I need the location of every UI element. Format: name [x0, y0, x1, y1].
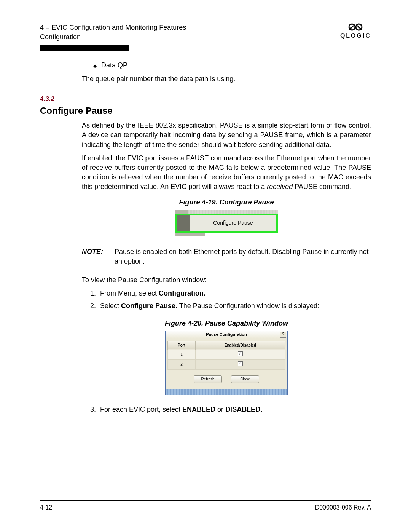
bullet-data-qp: ◆ Data QP — [93, 61, 371, 70]
page-footer: 4-12 D000003-006 Rev. A — [40, 500, 371, 511]
body-content: ◆ Data QP The queue pair number that the… — [82, 61, 371, 414]
logo-text: QLOGIC — [340, 32, 371, 39]
checkbox-port-2[interactable] — [238, 361, 243, 366]
logo-glyph-icon — [340, 23, 371, 32]
cell-enabled — [196, 350, 285, 359]
fig19-top-strip — [175, 210, 278, 214]
fig19-row-label: Configure Pause — [190, 215, 276, 231]
svg-line-3 — [357, 26, 362, 30]
instructions-list: 1. From Menu, select Configuration. 2. S… — [90, 289, 371, 311]
col-enabled: Enabled/Disabled — [196, 341, 285, 350]
page: 4 – EVIC Configuration and Monitoring Fe… — [0, 0, 411, 532]
header-black-bar — [40, 45, 129, 51]
note-label: NOTE: — [82, 247, 108, 266]
cell-enabled — [196, 359, 285, 369]
footer-page-number: 4-12 — [40, 504, 52, 511]
section-title: Configure Pause — [40, 104, 371, 117]
list-number: 3. — [90, 405, 97, 414]
figure-4-19-caption: Figure 4-19. Configure Pause — [82, 198, 371, 207]
table-row: 2 — [168, 359, 285, 369]
para2-b: PAUSE command. — [293, 183, 351, 190]
header-line-2: Configuration — [40, 32, 186, 42]
section-para-1: As defined by the IEEE 802.3x specificat… — [82, 121, 371, 150]
footer-doc-id: D000003-006 Rev. A — [315, 504, 371, 511]
fig19-row-icon — [177, 215, 190, 231]
figure-4-19: Configure Pause — [175, 210, 278, 236]
table-header-row: Port Enabled/Disabled — [168, 341, 285, 350]
instruction-2: 2. Select Configure Pause. The Pause Con… — [90, 301, 371, 311]
qlogic-logo: QLOGIC — [340, 23, 371, 39]
fig19-selected-row: Configure Pause — [175, 214, 278, 233]
list-text: For each EVIC port, select ENABLED or DI… — [100, 405, 262, 414]
cell-port: 1 — [168, 350, 196, 359]
list-number: 2. — [90, 301, 97, 311]
pause-config-window: Pause Configuration ? Port Enabled/Disab… — [165, 331, 288, 395]
window-title: Pause Configuration — [206, 332, 247, 337]
window-titlebar: Pause Configuration ? — [166, 331, 287, 339]
fig19-bottom-strip — [175, 233, 278, 236]
list-text: From Menu, select Configuration. — [100, 289, 206, 298]
pause-table: Port Enabled/Disabled 1 2 — [167, 341, 285, 370]
list-number: 1. — [90, 289, 97, 298]
instruction-1: 1. From Menu, select Configuration. — [90, 289, 371, 298]
header-line-1: 4 – EVIC Configuration and Monitoring Fe… — [40, 23, 186, 32]
instruction-3-wrap: 3. For each EVIC port, select ENABLED or… — [90, 405, 371, 414]
header-text: 4 – EVIC Configuration and Monitoring Fe… — [40, 23, 186, 42]
window-button-row: Refresh Close — [166, 372, 287, 389]
section-number: 4.3.2 — [40, 94, 371, 104]
window-status-strip — [166, 389, 287, 395]
checkbox-port-1[interactable] — [238, 351, 243, 356]
cell-port: 2 — [168, 359, 196, 369]
para2-em: received — [267, 183, 293, 190]
page-header: 4 – EVIC Configuration and Monitoring Fe… — [40, 23, 371, 42]
bullet-title: Data QP — [101, 61, 127, 70]
help-button[interactable]: ? — [280, 332, 286, 338]
close-button[interactable]: Close — [231, 375, 259, 383]
bullet-desc: The queue pair number that the data path… — [82, 74, 371, 84]
list-text: Select Configure Pause. The Pause Config… — [100, 301, 319, 311]
bullet-icon: ◆ — [93, 63, 97, 69]
section-para-2: If enabled, the EVIC port issues a PAUSE… — [82, 153, 371, 192]
col-port: Port — [168, 341, 196, 350]
figure-4-20-caption: Figure 4-20. Pause Capability Window — [82, 319, 371, 328]
note-block: NOTE: Pause is enabled on both Ethernet … — [82, 247, 371, 266]
note-text: Pause is enabled on both Ethernet ports … — [115, 247, 371, 266]
refresh-button[interactable]: Refresh — [194, 375, 222, 383]
instructions-lead: To view the Pause Configuration window: — [82, 275, 371, 285]
table-row: 1 — [168, 350, 285, 359]
svg-line-2 — [349, 26, 354, 30]
instruction-3: 3. For each EVIC port, select ENABLED or… — [90, 405, 371, 414]
